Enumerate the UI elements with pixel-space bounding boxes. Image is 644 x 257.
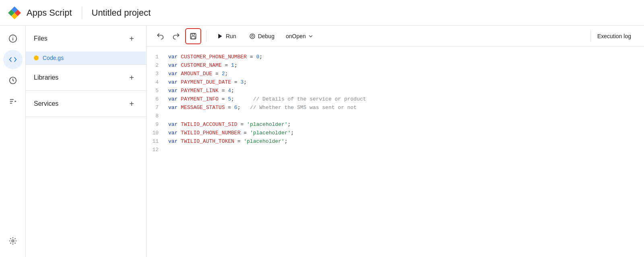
svg-rect-11 [192,36,195,39]
code-line-5: 5 var PAYMENT_LINK = 4; [147,87,644,95]
services-label: Services [34,100,58,107]
project-title[interactable]: Untitled project [92,8,151,18]
svg-rect-10 [192,33,194,35]
sidebar: Files + Code.gs Libraries + Services + [26,26,147,257]
debug-button[interactable]: Debug [244,31,280,42]
svg-point-8 [12,240,14,242]
editor-area: Run Debug onOpen Execution log [147,26,644,257]
files-section: Files + Code.gs [26,26,146,65]
app-title: Apps Script [27,8,72,18]
debug-label: Debug [258,33,275,39]
settings-nav-icon[interactable] [3,231,23,251]
code-line-8: 8 [147,112,644,121]
code-line-2: 2 var CUSTOMER_NAME = 1; [147,62,644,70]
svg-marker-7 [14,101,17,102]
code-line-10: 10 var TWILIO_PHONE_NUMBER = 'placeholde… [147,129,644,138]
logo-area: Apps Script [6,5,72,21]
code-line-12: 12 [147,146,644,154]
svg-marker-12 [218,34,222,39]
files-label: Files [34,35,47,42]
icon-rail [0,26,26,257]
code-gs-file[interactable]: Code.gs [26,51,146,64]
save-button[interactable] [185,28,201,44]
libraries-section: Libraries + [26,65,146,91]
runs-nav-icon[interactable] [3,92,23,111]
files-header: Files + [26,26,146,51]
code-line-7: 7 var MESSAGE_STATUS = 6; // Whether the… [147,104,644,112]
libraries-header: Libraries + [26,65,146,90]
add-file-button[interactable]: + [125,32,138,45]
function-selector[interactable]: onOpen [282,31,318,42]
code-nav-icon[interactable] [3,50,23,69]
run-label: Run [226,33,236,39]
code-line-9: 9 var TWILIO_ACCOUNT_SID = 'placeholder'… [147,121,644,129]
code-line-11: 11 var TWILIO_AUTH_TOKEN = 'placeholder'… [147,138,644,146]
code-editor[interactable]: 1 var CUSTOMER_PHONE_NUMBER = 0; 2 var C… [147,47,644,257]
undo-button[interactable] [153,29,167,43]
code-line-6: 6 var PAYMENT_INFO = 5; // Details of th… [147,95,644,104]
triggers-nav-icon[interactable] [3,71,23,90]
file-name: Code.gs [43,55,64,61]
main-layout: Files + Code.gs Libraries + Services + [0,26,644,257]
header-divider [82,6,82,19]
header: Apps Script Untitled project [0,0,644,26]
info-nav-icon[interactable] [3,29,23,48]
toolbar: Run Debug onOpen Execution log [147,26,644,47]
file-dot-icon [34,56,39,60]
run-button[interactable]: Run [211,31,242,42]
libraries-label: Libraries [34,74,58,81]
add-library-button[interactable]: + [125,71,138,84]
execution-log-label: Execution log [597,33,631,39]
add-service-button[interactable]: + [125,97,138,110]
toolbar-divider-1 [206,31,206,42]
code-line-1: 1 var CUSTOMER_PHONE_NUMBER = 0; [147,53,644,62]
redo-button[interactable] [169,29,184,43]
code-line-4: 4 var PAYMENT_DUE_DATE = 3; [147,78,644,87]
services-header: Services + [26,91,146,117]
function-name: onOpen [286,33,306,39]
svg-point-2 [12,37,13,37]
code-line-3: 3 var AMOUNT_DUE = 2; [147,70,644,78]
apps-script-logo [6,5,23,21]
execution-log-button[interactable]: Execution log [590,31,638,42]
svg-point-14 [252,35,253,35]
services-section: Services + [26,91,146,117]
